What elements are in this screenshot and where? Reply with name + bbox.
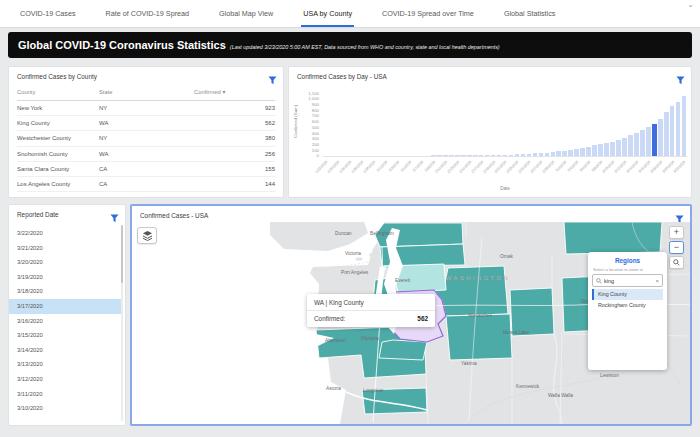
city-label-aberdeen: Aberdeen	[325, 338, 346, 343]
column-header-state[interactable]: State	[99, 89, 194, 100]
bar-3/18/2020[interactable]	[658, 119, 663, 156]
city-label-kennewick: Kennewick	[516, 384, 540, 389]
y-tick: 0	[317, 153, 319, 158]
bar-3/5/2020[interactable]	[580, 148, 585, 156]
city-label-longview: Longview	[363, 388, 384, 393]
layers-button[interactable]	[137, 227, 157, 244]
bar-3/12/2020[interactable]	[622, 138, 627, 156]
tab-global-map-view[interactable]: Global Map View	[217, 0, 275, 27]
tooltip-metric-value: 562	[417, 315, 428, 322]
reported-date-item[interactable]: 3/19/2020	[9, 270, 121, 285]
reported-date-item[interactable]: 3/18/2020	[9, 284, 121, 299]
reported-date-item[interactable]: 3/21/2020	[9, 241, 121, 256]
bar-3/4/2020[interactable]	[574, 149, 579, 156]
table-header: County State Confirmed ▾	[17, 89, 275, 101]
region-result-rockingham-county[interactable]: Rockingham County	[592, 300, 663, 311]
tab-covid-19-spread-over-time[interactable]: COVID-19 Spread over Time	[380, 0, 476, 27]
bar-3/13/2020[interactable]	[628, 135, 633, 156]
map-canvas[interactable]: WASHINGTON DuncanBellinghamVictoriaPort …	[132, 222, 690, 424]
table-row[interactable]: Snohomish CountyWA256	[17, 147, 275, 162]
tab-rate-of-covid-19-spread[interactable]: Rate of COVID-19 Spread	[104, 0, 192, 27]
bar-3/21/2020[interactable]	[676, 102, 681, 156]
bar-3/17/2020[interactable]	[652, 124, 657, 156]
map-zoom-in-button[interactable]: +	[669, 226, 684, 239]
panel-title: Reported Date	[17, 211, 59, 218]
y-tick: 700	[312, 113, 319, 118]
scrollbar-thumb[interactable]	[121, 225, 123, 283]
table-row[interactable]: Los Angeles CountyCA144	[17, 177, 275, 192]
bar-3/16/2020[interactable]	[646, 127, 651, 156]
map-search-button[interactable]	[669, 256, 684, 269]
bar-3/6/2020[interactable]	[586, 147, 591, 156]
tab-global-statistics[interactable]: Global Statistics	[502, 0, 558, 27]
clear-search-icon[interactable]: ×	[655, 278, 659, 284]
column-header-confirmed[interactable]: Confirmed ▾	[194, 89, 275, 100]
city-label-wenatchee: Wenatchee	[468, 313, 493, 318]
bar-3/19/2020[interactable]	[664, 112, 669, 156]
map-panel: Confirmed Cases - USA	[130, 204, 692, 426]
city-label-omak: Omak	[500, 254, 513, 259]
x-axis-ticks: 1/22/20201/24/20201/26/20201/28/20201/30…	[323, 158, 687, 184]
reported-date-panel: Reported Date 3/22/20203/21/20203/20/202…	[8, 204, 126, 426]
map-zoom-out-button[interactable]: −	[669, 241, 684, 254]
tooltip-metric-label: Confirmed:	[314, 315, 345, 322]
table-row[interactable]: Santa Clara CountyCA155	[17, 162, 275, 177]
reported-date-item[interactable]: 3/16/2020	[9, 314, 121, 329]
table-row[interactable]: New YorkNY923	[17, 101, 275, 116]
tooltip-region-name: WA | King County	[307, 294, 435, 311]
bar-3/9/2020[interactable]	[604, 143, 609, 156]
y-tick: 1,000	[308, 96, 319, 101]
reported-date-item[interactable]: 3/22/2020	[9, 226, 121, 241]
reported-date-item[interactable]: 3/15/2020	[9, 328, 121, 343]
table-row[interactable]: Orleans ParishLA136	[17, 192, 275, 198]
city-label-duncan: Duncan	[335, 231, 352, 236]
search-icon	[673, 259, 680, 266]
column-header-county[interactable]: County	[17, 89, 99, 100]
bar-3/10/2020[interactable]	[610, 142, 615, 156]
table-row[interactable]: Westchester CountyNY380	[17, 131, 275, 146]
filter-icon[interactable]	[676, 71, 685, 80]
collapse-chevron-icon[interactable]: ⌄	[687, 0, 694, 9]
city-label-lewiston: Lewiston	[600, 373, 619, 378]
filter-icon[interactable]	[110, 209, 119, 218]
y-tick: 500	[312, 125, 319, 130]
city-label-everett: Everett	[395, 278, 411, 283]
table-row[interactable]: King CountyWA562	[17, 116, 275, 131]
filter-icon[interactable]	[675, 210, 684, 219]
reported-date-item[interactable]: 3/13/2020	[9, 357, 121, 372]
tab-usa-by-county[interactable]: USA by County	[301, 0, 354, 27]
tab-covid-19-cases[interactable]: COVID-19 Cases	[18, 0, 78, 27]
x-tick: 3/6/2020	[579, 160, 591, 172]
bar-series	[323, 93, 687, 156]
panel-header: Confirmed Cases - USA	[132, 206, 690, 222]
bar-3/14/2020[interactable]	[634, 133, 639, 156]
x-tick: 2/7/2020	[412, 160, 424, 172]
y-axis-ticks: 1,1001,0009008007006005004003002001000	[297, 91, 319, 159]
y-tick: 800	[312, 108, 319, 113]
state-label: WASHINGTON	[446, 275, 510, 281]
city-label-walla-walla: Walla Walla	[548, 393, 573, 398]
reported-date-item[interactable]: 3/14/2020	[9, 343, 121, 358]
reported-date-item[interactable]: 3/20/2020	[9, 255, 121, 270]
reported-date-list: 3/22/20203/21/20203/20/20203/19/20203/18…	[9, 226, 121, 425]
regions-search-input[interactable]: king ×	[592, 274, 663, 287]
page-title: Global COVID-19 Coronavirus Statistics	[18, 32, 226, 58]
panel-header: Reported Date	[9, 205, 125, 221]
bar-3/15/2020[interactable]	[640, 130, 645, 156]
bar-3/22/2020[interactable]	[682, 96, 687, 156]
bar-3/8/2020[interactable]	[598, 144, 603, 156]
reported-date-item[interactable]: 3/17/2020	[9, 299, 121, 314]
reported-date-item[interactable]: 3/12/2020	[9, 372, 121, 387]
reported-date-item[interactable]: 3/10/2020	[9, 401, 121, 416]
bar-3/7/2020[interactable]	[592, 145, 597, 156]
reported-date-item[interactable]: 3/11/2020	[9, 387, 121, 402]
x-axis-line	[323, 156, 687, 157]
bar-3/20/2020[interactable]	[670, 106, 675, 156]
region-result-king-county[interactable]: King County	[592, 289, 663, 300]
filter-icon[interactable]	[268, 71, 277, 80]
city-label-victoria: Victoria	[345, 251, 361, 256]
y-tick: 100	[312, 148, 319, 153]
city-label-moses-lake: Moses Lake	[503, 330, 529, 335]
y-tick: 300	[312, 136, 319, 141]
bar-3/11/2020[interactable]	[616, 140, 621, 156]
